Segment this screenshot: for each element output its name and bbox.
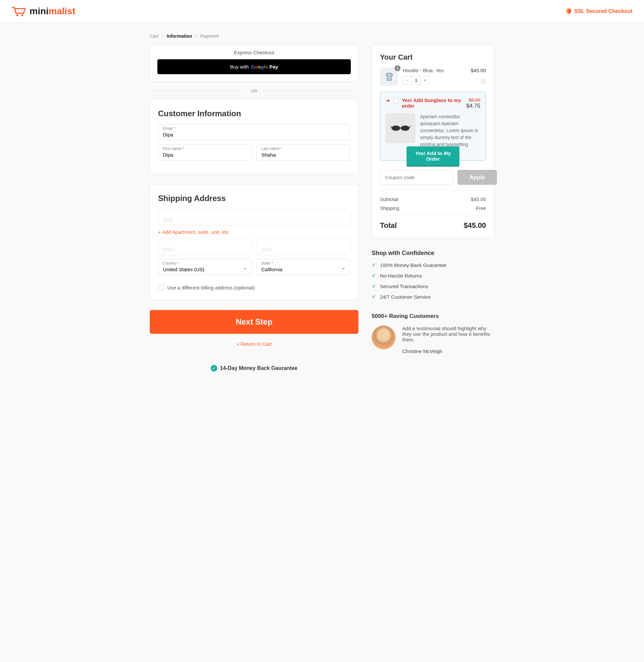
remove-item-button[interactable]: ⓧ — [481, 78, 486, 85]
different-billing-checkbox[interactable] — [158, 284, 164, 290]
hoodie-icon — [384, 71, 395, 82]
confidence-item: ✓24/7 Customer Service — [372, 294, 494, 300]
upsell-title: Yes! Add Sunglass to my order — [402, 97, 463, 109]
item-name: Hoodie - Blue, Yes — [403, 68, 466, 73]
express-checkout-card: Express Checkout Buy with Google Pay — [150, 45, 359, 82]
breadcrumb-information: Information — [167, 33, 192, 39]
upsell-new-price: $4.75 — [466, 103, 480, 109]
shield-icon — [566, 8, 572, 14]
email-field[interactable] — [158, 124, 350, 140]
confidence-item: ✓Secured Transactions — [372, 283, 494, 289]
svg-point-1 — [21, 14, 23, 16]
coupon-input[interactable] — [380, 170, 453, 185]
state-label: State * — [261, 261, 273, 266]
different-billing-label: Use a different billing address (optiona… — [167, 285, 255, 290]
breadcrumb-payment[interactable]: Payment — [201, 33, 218, 39]
check-icon: ✓ — [372, 273, 376, 279]
country-label: Country * — [163, 261, 179, 266]
guarantee-text: 14-Day Money Back Gaurantee — [220, 365, 298, 371]
apply-coupon-button[interactable]: Apply — [458, 170, 497, 185]
guarantee-badge: ✓ 14-Day Money Back Gaurantee — [150, 365, 359, 372]
total-label: Total — [380, 221, 397, 230]
confidence-item: ✓No-Hassle Returns — [372, 273, 494, 279]
ssl-badge: SSL Secured Checkout — [566, 8, 632, 14]
last-name-label: Last name * — [261, 146, 282, 151]
check-icon: ✓ — [372, 262, 376, 268]
svg-point-0 — [16, 14, 18, 16]
plus-icon: + — [158, 229, 161, 235]
first-name-label: First name * — [163, 146, 184, 151]
svg-rect-5 — [400, 127, 401, 128]
svg-point-3 — [392, 125, 400, 131]
upsell-card: ➔ Yes! Add Sunglass to my order $5.00 $4… — [380, 92, 486, 161]
testimonial-author: Christine McVeigh — [402, 348, 494, 354]
confidence-section: Shop with Confidence ✓100% Money-Back Gu… — [372, 250, 494, 300]
logo[interactable]: minimalist — [12, 6, 75, 17]
upsell-thumbnail — [386, 113, 415, 143]
buy-with-text: Buy with — [230, 64, 249, 70]
chevron-right-icon: › — [162, 33, 163, 39]
avatar — [372, 326, 395, 349]
sunglasses-icon — [391, 124, 411, 132]
cart-item: 1 Hoodie - Blue, Yes - + $45.00 ⓧ — [380, 68, 486, 86]
cart-title: Your Cart — [380, 53, 486, 62]
quantity-badge: 1 — [394, 65, 400, 71]
testimonial-text: Add a testimonial should highlight why t… — [402, 326, 494, 342]
ssl-text: SSL Secured Checkout — [574, 8, 632, 14]
shipping-label: Shipping — [380, 205, 399, 211]
add-apartment-link[interactable]: +Add Apartment, suite, unit, etc. — [158, 229, 350, 235]
cart-summary-card: Your Cart 1 Hoodie - Blue, Yes - + — [372, 45, 494, 238]
zip-field[interactable] — [256, 239, 350, 255]
breadcrumb-cart[interactable]: Cart — [150, 33, 158, 39]
confidence-title: Shop with Confidence — [372, 250, 494, 257]
confidence-item: ✓100% Money-Back Guarantee — [372, 262, 494, 268]
qty-input[interactable] — [411, 76, 421, 84]
shipping-address-card: Shipping Address Street address * +Add A… — [150, 184, 359, 300]
product-thumbnail: 1 — [380, 68, 398, 86]
street-field[interactable] — [158, 209, 350, 225]
email-label: Email * — [163, 126, 175, 131]
gpay-logo: Google Pay — [251, 64, 278, 70]
total-value: $45.00 — [464, 221, 486, 230]
svg-point-4 — [401, 125, 410, 131]
city-field[interactable] — [158, 239, 252, 255]
subtotal-label: Subtotal — [380, 196, 398, 202]
customer-info-title: Customer Information — [158, 109, 350, 118]
arrow-right-icon: ➔ — [386, 97, 390, 104]
check-circle-icon: ✓ — [211, 365, 217, 372]
svg-point-2 — [388, 73, 391, 76]
upsell-old-price: $5.00 — [466, 97, 480, 103]
check-icon: ✓ — [372, 294, 376, 300]
testimonial-section: 5000+ Raving Customers Add a testimonial… — [372, 313, 494, 354]
customer-info-card: Customer Information Email * First name … — [150, 99, 359, 174]
breadcrumb: Cart › Information › Payment — [150, 29, 494, 45]
site-header: minimalist SSL Secured Checkout — [0, 0, 644, 23]
express-checkout-title: Express Checkout — [157, 50, 351, 55]
next-step-button[interactable]: Next Step — [150, 310, 359, 334]
google-pay-button[interactable]: Buy with Google Pay — [157, 59, 351, 74]
quantity-stepper: - + — [403, 76, 429, 85]
qty-decrease-button[interactable]: - — [403, 76, 411, 84]
shipping-address-title: Shipping Address — [158, 194, 350, 203]
chevron-right-icon: › — [196, 33, 197, 39]
check-icon: ✓ — [372, 283, 376, 289]
qty-increase-button[interactable]: + — [421, 76, 429, 84]
testimonial-heading: 5000+ Raving Customers — [372, 313, 494, 320]
logo-text: minimalist — [29, 6, 75, 17]
shipping-value: Free — [476, 205, 486, 211]
cart-icon — [12, 6, 26, 17]
return-to-cart-link[interactable]: « Return to Cart — [150, 341, 359, 347]
upsell-checkbox[interactable] — [393, 98, 398, 103]
subtotal-value: $45.00 — [471, 196, 486, 202]
or-divider: OR — [150, 89, 359, 93]
add-upsell-button[interactable]: Yes! Add to My Order — [407, 146, 459, 166]
